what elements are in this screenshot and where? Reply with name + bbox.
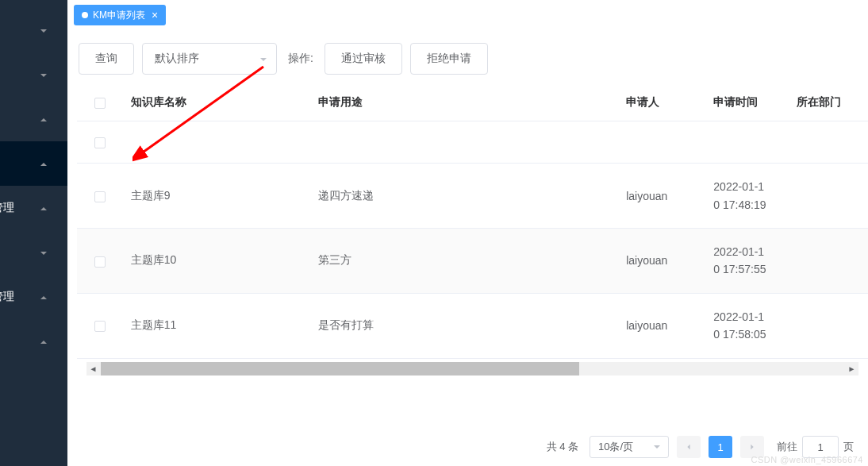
tab-active-dot-icon [82, 12, 88, 18]
cell-time: 2022-01-10 17:57:55 [705, 229, 789, 294]
row-checkbox-cell [77, 121, 123, 164]
query-button[interactable]: 查询 [79, 43, 134, 75]
cell-applicant: laiyouan [618, 229, 705, 294]
chevron-down-icon [39, 248, 48, 257]
sidebar-item-1[interactable] [0, 52, 67, 97]
scroll-thumb[interactable] [101, 362, 579, 375]
sidebar-item-7[interactable] [0, 319, 67, 364]
sidebar-item-label: 管理 [0, 201, 14, 215]
row-checkbox[interactable] [94, 137, 106, 148]
prev-page-button[interactable] [677, 436, 701, 458]
sidebar: 管理 管理 [0, 0, 67, 466]
sidebar-item-5[interactable] [0, 230, 67, 275]
pagination: 共 4 条 10条/页 1 前往 页 [67, 407, 868, 466]
chevron-up-icon [39, 159, 48, 168]
row-checkbox[interactable] [94, 191, 106, 202]
horizontal-scrollbar[interactable]: ◄ ► [86, 362, 858, 375]
tabs-bar: KM申请列表 × [67, 0, 868, 27]
sort-select-value: 默认排序 [155, 52, 199, 66]
row-checkbox-cell [77, 293, 123, 358]
page-number-1[interactable]: 1 [709, 436, 732, 458]
cell-name: 主题库9 [123, 164, 310, 229]
chevron-up-icon [39, 292, 48, 302]
row-checkbox[interactable] [94, 321, 106, 332]
cell-purpose [310, 121, 618, 164]
cell-applicant: laiyouan [618, 293, 705, 358]
page-size-select[interactable]: 10条/页 [590, 436, 669, 458]
approve-button[interactable]: 通过审核 [325, 43, 402, 75]
chevron-up-icon [39, 337, 48, 346]
close-icon[interactable]: × [152, 10, 158, 21]
cell-dept [789, 164, 868, 229]
cell-dept [789, 293, 868, 358]
row-checkbox-cell [77, 229, 123, 294]
cell-applicant: laiyouan [618, 164, 705, 229]
jump-suffix: 页 [843, 440, 854, 454]
sidebar-item-3[interactable] [0, 141, 67, 186]
page-size-value: 10条/页 [598, 440, 633, 454]
cell-name: 主题库11 [123, 293, 310, 358]
header-time: 申请时间 [705, 84, 789, 121]
sidebar-item-6[interactable]: 管理 [0, 275, 67, 319]
pagination-total: 共 4 条 [547, 440, 578, 454]
tab-km-apply-list[interactable]: KM申请列表 × [74, 5, 166, 25]
sidebar-item-2[interactable] [0, 97, 67, 141]
cell-time: 2022-01-10 17:48:19 [705, 164, 789, 229]
header-checkbox-cell [77, 84, 123, 121]
operations-label: 操作: [288, 52, 313, 66]
reject-button[interactable]: 拒绝申请 [410, 43, 488, 75]
chevron-down-icon [39, 70, 48, 79]
cell-dept [789, 229, 868, 294]
chevron-down-icon [652, 442, 662, 452]
chevron-down-icon [39, 25, 48, 35]
main-content: KM申请列表 × 查询 默认排序 操作: 通过审核 拒绝申请 知识库名称 申请用… [67, 0, 868, 466]
cell-applicant [618, 121, 705, 164]
cell-time [705, 121, 789, 164]
table-row[interactable]: 主题库10第三方laiyouan2022-01-10 17:57:55 [77, 229, 868, 294]
sort-select[interactable]: 默认排序 [142, 43, 277, 75]
toolbar: 查询 默认排序 操作: 通过审核 拒绝申请 [67, 27, 868, 84]
jump-prefix: 前往 [777, 440, 797, 454]
header-applicant: 申请人 [618, 84, 705, 121]
table-header-row: 知识库名称 申请用途 申请人 申请时间 所在部门 [77, 84, 868, 121]
cell-time: 2022-01-10 17:58:05 [705, 293, 789, 358]
cell-purpose: 是否有打算 [310, 293, 618, 358]
table-row[interactable]: 主题库11是否有打算laiyouan2022-01-10 17:58:05 [77, 293, 868, 358]
scroll-left-icon[interactable]: ◄ [86, 362, 100, 375]
cell-purpose: 第三方 [310, 229, 618, 294]
sidebar-item-label: 管理 [0, 290, 14, 304]
cell-name [123, 121, 310, 164]
cell-purpose: 递四方速递 [310, 164, 618, 229]
watermark: CSDN @weixin_45966674 [751, 455, 863, 464]
table-row[interactable]: 主题库9递四方速递laiyouan2022-01-10 17:48:19 [77, 164, 868, 229]
tab-label: KM申请列表 [93, 9, 145, 22]
sidebar-item-0[interactable] [0, 8, 67, 52]
apply-table: 知识库名称 申请用途 申请人 申请时间 所在部门 主题库9递四方速递laiyou… [77, 84, 868, 359]
chevron-up-icon [39, 203, 48, 213]
header-name: 知识库名称 [123, 84, 310, 121]
scroll-right-icon[interactable]: ► [845, 362, 858, 375]
chevron-up-icon [39, 114, 48, 124]
table-container: 知识库名称 申请用途 申请人 申请时间 所在部门 主题库9递四方速递laiyou… [67, 84, 868, 407]
row-checkbox-cell [77, 164, 123, 229]
table-row[interactable] [77, 121, 868, 164]
chevron-down-icon [259, 54, 268, 64]
sidebar-item-4[interactable]: 管理 [0, 186, 67, 230]
header-purpose: 申请用途 [310, 84, 618, 121]
select-all-checkbox[interactable] [94, 98, 106, 109]
header-dept: 所在部门 [789, 84, 868, 121]
cell-dept [789, 121, 868, 164]
cell-name: 主题库10 [123, 229, 310, 294]
row-checkbox[interactable] [94, 256, 106, 268]
